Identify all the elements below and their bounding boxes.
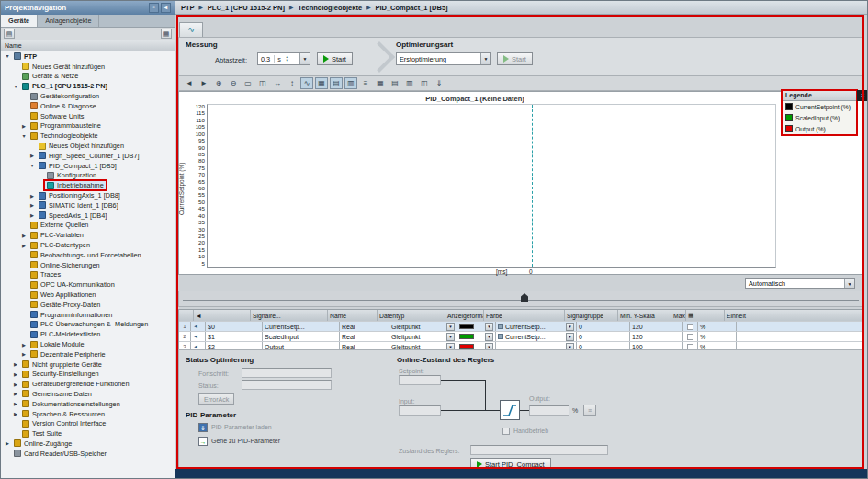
signal-table-header-cell[interactable]: ◄ bbox=[194, 310, 251, 321]
breadcrumb-item[interactable]: PLC_1 [CPU 1515-2 PN] ▶ bbox=[208, 4, 298, 12]
signal-enabled-cell[interactable]: ◄ bbox=[191, 332, 206, 341]
tree-expander-icon[interactable]: ▶ bbox=[20, 243, 28, 248]
undo-icon[interactable]: ◄ bbox=[183, 77, 196, 89]
breadcrumb-item[interactable]: Technologieobjekte ▶ bbox=[298, 4, 375, 12]
signal-table-header-cell[interactable] bbox=[179, 310, 194, 321]
tree-item[interactable]: Online & Diagnose bbox=[1, 101, 175, 111]
tree-expander-icon[interactable]: ▶ bbox=[12, 361, 19, 367]
tree-item[interactable]: ▼ Technologieobjekte bbox=[1, 131, 175, 141]
signal-enabled-cell[interactable]: ◄ bbox=[191, 322, 206, 331]
signal-min-cell[interactable]: 0 bbox=[577, 322, 630, 331]
tree-item[interactable]: ▶ PositioningAxis_1 [DB8] bbox=[1, 190, 175, 200]
signal-option-cell[interactable] bbox=[683, 322, 698, 331]
tree-item[interactable]: ▶ Security-Einstellungen bbox=[1, 370, 175, 380]
tree-item[interactable]: Test Suite bbox=[1, 428, 175, 439]
tree-item[interactable]: Geräte-Proxy-Daten bbox=[1, 300, 175, 310]
tree-item[interactable]: ▶ Online-Zugänge bbox=[1, 439, 175, 449]
tree-expander-icon[interactable]: ▶ bbox=[12, 401, 19, 406]
tree-expander-icon[interactable]: ▶ bbox=[12, 391, 19, 396]
tree-item[interactable]: OPC UA-Kommunikation bbox=[1, 279, 175, 290]
chevron-down-icon[interactable]: ▼ bbox=[844, 279, 854, 288]
tree-expander-icon[interactable]: ▶ bbox=[20, 351, 28, 357]
zoom-area-icon[interactable]: ▭ bbox=[242, 77, 254, 89]
tree-item[interactable]: Card Reader/USB-Speicher bbox=[1, 449, 175, 459]
tree-item[interactable]: PLC-Meldetextlisten bbox=[1, 329, 175, 339]
signal-max-cell[interactable]: 120 bbox=[630, 332, 683, 341]
collapse-panel-icon[interactable]: ◂ bbox=[161, 3, 171, 13]
chevron-down-icon[interactable]: ▼ bbox=[566, 333, 574, 341]
tree-item[interactable]: Inbetriebnahme bbox=[1, 180, 175, 190]
redo-icon[interactable]: ► bbox=[197, 77, 210, 89]
tree-item[interactable]: Externe Quellen bbox=[1, 221, 175, 231]
tree-expander-icon[interactable]: ▶ bbox=[12, 371, 19, 377]
tree-expander-icon[interactable]: ▶ bbox=[4, 440, 11, 446]
signal-table-header-cell[interactable]: Signalgruppe bbox=[565, 310, 618, 321]
time-slider-handle[interactable] bbox=[521, 293, 528, 302]
tree-item[interactable]: Neues Gerät hinzufügen bbox=[1, 62, 175, 72]
signal-color-cell[interactable]: ▼ bbox=[457, 332, 496, 341]
tree-item[interactable]: ▶ PLC-Datentypen bbox=[1, 240, 175, 250]
plot-area[interactable] bbox=[207, 104, 776, 268]
tree-expander-icon[interactable]: ▼ bbox=[12, 84, 19, 89]
zoom-out-icon[interactable]: ⊖ bbox=[227, 77, 240, 89]
export-icon[interactable]: ⇓ bbox=[433, 77, 445, 89]
chevron-down-icon[interactable]: ▼ bbox=[446, 333, 455, 341]
tree-expander-icon[interactable]: ▶ bbox=[12, 411, 19, 416]
tree-expander-icon[interactable]: ▼ bbox=[20, 133, 28, 139]
tree-item[interactable]: ▶ Dezentrale Peripherie bbox=[1, 349, 175, 359]
signal-format-cell[interactable]: Gleitpunkt▼ bbox=[389, 332, 457, 341]
snapshot-icon[interactable]: ◫ bbox=[418, 77, 431, 89]
error-ack-button[interactable]: ErrorAck bbox=[198, 393, 234, 405]
tree-item[interactable]: ▶ Gemeinsame Daten bbox=[1, 389, 175, 399]
tree-item[interactable]: Neues Objekt hinzufügen bbox=[1, 141, 175, 151]
tree-expander-icon[interactable]: ▼ bbox=[4, 53, 11, 59]
signal-table-header-cell[interactable]: Farbe bbox=[484, 310, 565, 321]
goto-pid-parameters-link[interactable]: Gehe zu PID-Parameter bbox=[211, 438, 280, 444]
signal-color-cell[interactable]: ▼ bbox=[457, 322, 496, 331]
chevron-down-icon[interactable]: ▼ bbox=[480, 53, 490, 64]
signal-group-cell[interactable]: CurrentSetp...▼ bbox=[496, 332, 577, 341]
pan-vertical-icon[interactable]: ↕ bbox=[286, 77, 299, 89]
measure-cursor-icon[interactable]: ≡ bbox=[359, 77, 372, 89]
grid-icon[interactable]: ▦ bbox=[374, 77, 387, 89]
signal-table-header-cell[interactable]: Max. Y-Skala bbox=[671, 310, 686, 321]
tree-expander-icon[interactable]: ▼ bbox=[28, 163, 36, 168]
start-optimization-button[interactable]: Start bbox=[497, 52, 533, 65]
signal-row[interactable]: 1 ◄ $0 CurrentSetp... Real Gleitpunkt▼ ▼… bbox=[179, 321, 862, 331]
time-axis-overview[interactable] bbox=[178, 291, 863, 307]
signal-table-header-cell[interactable]: Anzeigeformat bbox=[445, 310, 484, 321]
cursor-line[interactable] bbox=[532, 105, 533, 267]
tree-expander-icon[interactable]: ▶ bbox=[28, 193, 36, 199]
column-options-icon[interactable]: ▦ bbox=[161, 29, 172, 39]
signal-max-cell[interactable]: 120 bbox=[630, 322, 683, 331]
tree-item[interactable]: Konfiguration bbox=[1, 171, 175, 181]
legend-toggle-icon[interactable]: ▤ bbox=[389, 77, 401, 89]
time-range-select[interactable]: Automatisch ▼ bbox=[745, 278, 855, 289]
tree-expander-icon[interactable]: ▶ bbox=[12, 382, 19, 387]
tree-item[interactable]: ▶ Programmbausteine bbox=[1, 121, 175, 131]
tree-item[interactable]: ▶ High_Speed_Counter_1 [DB7] bbox=[1, 151, 175, 161]
tree-item[interactable]: Programminformationen bbox=[1, 310, 175, 320]
signal-row[interactable]: 2 ◄ $1 ScaledInput Real Gleitpunkt▼ ▼ Cu… bbox=[179, 331, 862, 341]
tree-expander-icon[interactable]: ▶ bbox=[20, 123, 28, 129]
filter-icon[interactable]: ▤ bbox=[4, 29, 15, 39]
tree-item[interactable]: Gerätekonfiguration bbox=[1, 91, 175, 101]
tree-item[interactable]: Online-Sicherungen bbox=[1, 260, 175, 270]
tree-item[interactable]: ▶ Nicht gruppierte Geräte bbox=[1, 359, 175, 370]
signal-table-header-cell[interactable]: Einheit bbox=[725, 310, 858, 321]
tree-item[interactable]: ▶ Geräteübergreifende Funktionen bbox=[1, 379, 175, 389]
signal-min-cell[interactable]: 0 bbox=[577, 332, 630, 341]
tree-item[interactable]: ▶ PLC-Variablen bbox=[1, 230, 175, 240]
signal-option-cell[interactable] bbox=[683, 332, 698, 341]
tree-item[interactable]: PLC-Überwachungen & -Meldungen bbox=[1, 320, 175, 330]
tree-item[interactable]: ▶ Sprachen & Ressourcen bbox=[1, 409, 175, 419]
spinner-icon[interactable]: ▲▼ bbox=[286, 55, 289, 63]
goto-parameters-icon[interactable]: → bbox=[198, 437, 208, 446]
tree-item[interactable]: Traces bbox=[1, 270, 175, 280]
split-view-icon[interactable]: ▤ bbox=[330, 77, 343, 89]
chevron-down-icon[interactable]: ▼ bbox=[485, 323, 493, 331]
tree-item[interactable]: ▶ SpeedAxis_1 [DB4] bbox=[1, 211, 175, 221]
signal-list-icon[interactable]: ▥ bbox=[403, 77, 416, 89]
tree-expander-icon[interactable]: ▶ bbox=[28, 153, 36, 158]
download-parameters-icon[interactable]: ⇓ bbox=[198, 423, 208, 432]
